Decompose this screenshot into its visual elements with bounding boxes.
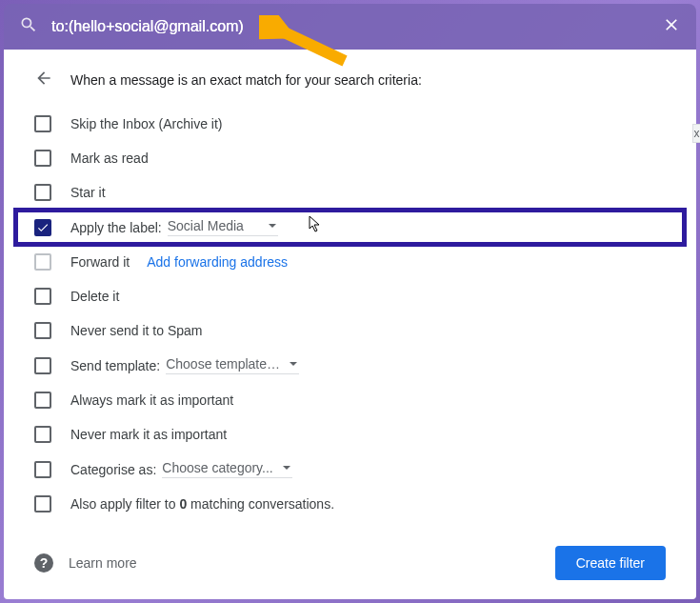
help-icon[interactable]: ?: [34, 553, 53, 573]
panel-header: When a message is an exact match for you…: [15, 69, 685, 107]
option-never-spam[interactable]: Never send it to Spam: [15, 313, 685, 348]
option-never-important[interactable]: Never mark it as important: [15, 417, 685, 452]
option-skip-inbox[interactable]: Skip the Inbox (Archive it): [15, 107, 685, 141]
option-label: Delete it: [70, 289, 119, 304]
add-forwarding-link[interactable]: Add forwarding address: [147, 254, 288, 270]
checkbox-icon[interactable]: [34, 253, 51, 271]
checkbox-icon[interactable]: [34, 357, 51, 374]
dropdown-value: Social Media: [168, 218, 244, 233]
option-label: Send template:: [70, 358, 160, 373]
create-filter-button[interactable]: Create filter: [555, 546, 666, 580]
option-also-apply[interactable]: Also apply filter to 0 matching conversa…: [15, 487, 685, 521]
dropdown-value: Choose category...: [162, 460, 272, 475]
option-label: Categorise as:: [70, 462, 156, 477]
checkbox-icon[interactable]: [34, 495, 51, 513]
text-suffix: matching conversations.: [187, 496, 334, 512]
option-label: Never mark it as important: [70, 427, 227, 442]
option-label: Also apply filter to 0 matching conversa…: [70, 496, 334, 512]
checkbox-icon[interactable]: [34, 184, 51, 201]
search-query[interactable]: to:(hello+social@gmail.com): [51, 18, 662, 35]
option-always-important[interactable]: Always mark it as important: [15, 383, 685, 417]
checkbox-icon[interactable]: [34, 288, 51, 305]
chevron-down-icon: [283, 466, 290, 470]
option-label: Star it: [70, 185, 106, 200]
option-star-it[interactable]: Star it: [15, 175, 685, 210]
option-label: Forward it: [70, 254, 130, 270]
checkbox-checked-icon[interactable]: [34, 219, 51, 236]
option-forward-it[interactable]: Forward it Add forwarding address: [15, 245, 685, 279]
header-text: When a message is an exact match for you…: [70, 72, 422, 88]
checkbox-icon[interactable]: [34, 115, 51, 132]
checkbox-icon[interactable]: [34, 461, 51, 478]
option-mark-read[interactable]: Mark as read: [15, 141, 685, 175]
option-label: Never send it to Spam: [70, 323, 203, 338]
option-apply-label[interactable]: Apply the label: Social Media: [15, 210, 685, 245]
panel-footer: ? Learn more Create filter: [15, 546, 685, 580]
filter-panel: When a message is an exact match for you…: [4, 50, 696, 599]
option-label: Apply the label:: [70, 220, 162, 235]
back-arrow-icon[interactable]: [34, 69, 53, 91]
dropdown-value: Choose template…: [166, 356, 280, 372]
search-icon: [19, 15, 38, 38]
option-categorise[interactable]: Categorise as: Choose category...: [15, 452, 685, 487]
x-badge: x: [692, 124, 700, 143]
option-label: Skip the Inbox (Archive it): [70, 116, 223, 131]
text-prefix: Also apply filter to: [70, 496, 179, 512]
template-dropdown[interactable]: Choose template…: [166, 356, 299, 374]
option-label: Always mark it as important: [70, 392, 233, 408]
chevron-down-icon: [290, 362, 297, 366]
learn-more-link[interactable]: Learn more: [69, 555, 137, 571]
category-dropdown[interactable]: Choose category...: [162, 460, 291, 478]
option-delete-it[interactable]: Delete it: [15, 279, 685, 313]
label-dropdown[interactable]: Social Media: [168, 218, 278, 236]
checkbox-icon[interactable]: [34, 322, 51, 339]
checkbox-icon[interactable]: [34, 150, 51, 167]
close-icon[interactable]: [662, 15, 681, 38]
checkbox-icon[interactable]: [34, 392, 51, 409]
search-bar[interactable]: to:(hello+social@gmail.com): [4, 4, 696, 50]
option-label: Mark as read: [70, 151, 149, 166]
chevron-down-icon: [269, 224, 276, 228]
checkbox-icon[interactable]: [34, 426, 51, 443]
option-send-template[interactable]: Send template: Choose template…: [15, 348, 685, 383]
